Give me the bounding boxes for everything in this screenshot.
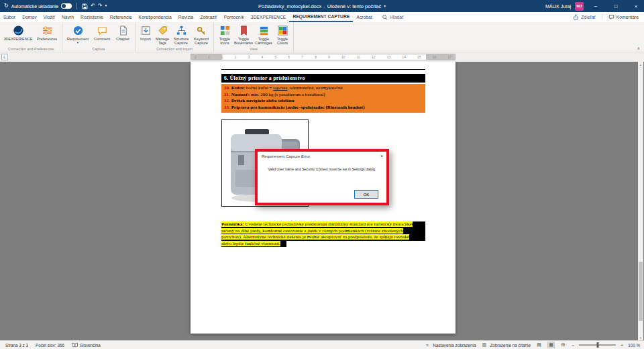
zoom-in-button[interactable]: + bbox=[621, 343, 623, 348]
document-title[interactable]: Požiadavky_motocykel.docx - Uložené v: t… bbox=[258, 0, 386, 12]
menu-tab-rozlozenie[interactable]: Rozloženie bbox=[77, 12, 107, 22]
dropdown-caret-icon: ▾ bbox=[77, 42, 78, 45]
save-icon[interactable] bbox=[82, 3, 88, 9]
save-location-text: Uložené v: tento počítač bbox=[327, 3, 381, 9]
menu-tab-requirement-capture[interactable]: REQUIREMENT CAPTURE bbox=[289, 12, 353, 22]
undo-icon[interactable]: ↶ bbox=[91, 3, 95, 9]
group-label: Connection and Preferences bbox=[0, 47, 62, 51]
note-line: Poznámka: Uvedené technické požiadavky p… bbox=[221, 221, 425, 228]
avatar[interactable]: MJ bbox=[575, 2, 584, 11]
preferences-button[interactable]: Preferences bbox=[34, 23, 60, 41]
requirement-row: 31.Nosnosť: min. 200 kg (s pasažierom a … bbox=[224, 92, 423, 99]
close-button[interactable]: × bbox=[628, 0, 644, 12]
3dexperience-button[interactable]: 3DEXPERIENCE bbox=[2, 23, 34, 41]
share-label: Zdieľať bbox=[581, 15, 596, 19]
section-heading: 6. Úložný priestor a príslušenstvo bbox=[221, 74, 425, 83]
autosave-label: Automatické ukladanie bbox=[11, 4, 58, 9]
comment-bubble-icon bbox=[97, 25, 108, 36]
display-settings-icon: ≡ bbox=[423, 342, 431, 348]
toggle-knob bbox=[62, 4, 66, 8]
zoom-level[interactable]: 100 % bbox=[628, 343, 640, 348]
ribbon-group-capture: Requirement ▾ Comment Chapter Capture bbox=[62, 22, 136, 52]
autosave-toggle[interactable] bbox=[61, 3, 72, 9]
menu-tab-revizia[interactable]: Revízia bbox=[175, 12, 197, 22]
requirement-row: 33.Príprava pre komunikáciu jazdec–spolu… bbox=[224, 105, 423, 111]
maximize-button[interactable]: □ bbox=[608, 0, 624, 12]
comment-icon bbox=[608, 14, 614, 20]
dialog-ok-button[interactable]: OK bbox=[354, 190, 378, 199]
requirement-button[interactable]: Requirement ▾ bbox=[64, 23, 91, 45]
scroll-down-icon[interactable]: ▾ bbox=[638, 335, 643, 340]
menu-tab-subor[interactable]: Súbor bbox=[0, 12, 19, 22]
toggle-bookmarks-button[interactable]: Toggle Bookmarks bbox=[233, 23, 254, 46]
comments-button[interactable]: Komentáre bbox=[608, 14, 639, 20]
import-button[interactable]: Import bbox=[138, 23, 154, 41]
divider bbox=[76, 3, 77, 9]
scroll-up-icon[interactable]: ▴ bbox=[638, 62, 643, 67]
colors-grid-icon bbox=[277, 25, 288, 36]
requirement-icon bbox=[72, 25, 84, 36]
chapter-button[interactable]: Chapter bbox=[113, 23, 133, 41]
keyword-capture-button[interactable]: Keyword Capture bbox=[191, 23, 211, 46]
divider bbox=[602, 14, 602, 20]
group-label: View bbox=[214, 47, 293, 51]
group-label: Capture bbox=[62, 47, 135, 51]
menu-tab-vlozit[interactable]: Vložiť bbox=[40, 12, 58, 22]
user-name[interactable]: MÁLIK Juraj bbox=[545, 4, 571, 9]
horizontal-ruler[interactable]: 211234567891011121314151617 bbox=[191, 54, 455, 60]
share-button[interactable]: Zdieľať bbox=[573, 14, 596, 20]
manage-tags-button[interactable]: Manage Tags bbox=[154, 23, 171, 46]
reading-view-button[interactable]: ▥ Zobrazenie na čítanie bbox=[480, 342, 531, 348]
grid-icons-icon bbox=[219, 25, 231, 36]
note-paragraph: Poznámka: Uvedené technické požiadavky p… bbox=[221, 221, 425, 250]
comment-button[interactable]: Comment bbox=[91, 23, 113, 41]
ribbon: 3DEXPERIENCE Preferences Connection and … bbox=[0, 22, 644, 52]
bookmark-icon bbox=[238, 25, 250, 36]
comments-label: Komentáre bbox=[616, 15, 639, 19]
word-count[interactable]: Počet slov: 366 bbox=[36, 343, 64, 348]
display-settings-button[interactable]: ≡ Nastavenia zobrazenia bbox=[423, 342, 476, 348]
menu-tab-korespondencia[interactable]: Korešpondencia bbox=[136, 12, 175, 22]
doc-title-text: Požiadavky_motocykel.docx bbox=[258, 3, 321, 9]
minimize-button[interactable]: − bbox=[588, 0, 604, 12]
dialog-close-icon[interactable]: × bbox=[380, 154, 383, 158]
chapter-icon bbox=[117, 25, 129, 36]
scrollbar-thumb[interactable] bbox=[639, 262, 643, 321]
document-area: 6. Úložný priestor a príslušenstvo 30.Ku… bbox=[0, 62, 644, 340]
print-layout-icon[interactable]: ▦ bbox=[547, 342, 555, 348]
key-icon bbox=[196, 25, 207, 36]
toggle-colors-button[interactable]: Toggle Colors bbox=[274, 23, 291, 46]
toggle-icons-button[interactable]: Toggle Icons bbox=[216, 23, 233, 46]
page-indicator[interactable]: Strana 3 z 3 bbox=[5, 343, 28, 348]
zoom-slider[interactable] bbox=[579, 344, 616, 346]
share-icon bbox=[573, 14, 579, 20]
requirements-block: 30.Kufre: bočné kufre + topcase, odnímat… bbox=[221, 84, 425, 113]
menu-tab-pomocnik[interactable]: Pomocník bbox=[221, 12, 248, 22]
autosave-icon: ↻ bbox=[4, 3, 9, 9]
structure-tree-icon bbox=[176, 25, 187, 36]
dialog-title: Requirement Capture Error bbox=[262, 154, 310, 158]
structure-capture-button[interactable]: Structure Capture bbox=[171, 23, 191, 46]
vertical-scrollbar[interactable]: ▴ ▾ bbox=[638, 62, 643, 340]
menu-tab-acrobat[interactable]: Acrobat bbox=[353, 12, 375, 22]
web-layout-icon[interactable]: ⊞ bbox=[559, 342, 567, 348]
search-box[interactable]: Hľadať bbox=[382, 12, 404, 22]
collapse-ribbon-button[interactable]: ∧ bbox=[637, 46, 640, 50]
menu-tab-navrh[interactable]: Návrh bbox=[58, 12, 77, 22]
redo-icon[interactable]: ↷ bbox=[98, 3, 103, 9]
menu-tab-3dexperience[interactable]: 3DEXPERIENCE bbox=[248, 12, 290, 22]
quick-access-caret-icon[interactable]: ▾ bbox=[105, 4, 107, 8]
note-line: určený na dlhé jazdy, komfortné cestovan… bbox=[221, 228, 425, 235]
menu-tab-referencie[interactable]: Referencie bbox=[107, 12, 136, 22]
menu-tab-domov[interactable]: Domov bbox=[19, 12, 40, 22]
3dexperience-icon bbox=[13, 25, 24, 36]
note-line: alebo lepšie funkčné vlastnosti. bbox=[221, 241, 286, 248]
toggle-cartridges-button[interactable]: Toggle Cartridges bbox=[254, 23, 274, 46]
read-mode-icon[interactable]: ▤ bbox=[535, 342, 543, 348]
group-label: Connection and import bbox=[136, 47, 213, 51]
menu-tab-zobrazit[interactable]: Zobraziť bbox=[197, 12, 220, 22]
tab-stop-selector[interactable]: L bbox=[1, 54, 8, 60]
language-indicator[interactable]: Slovenčina bbox=[72, 342, 101, 348]
zoom-out-button[interactable]: − bbox=[572, 343, 574, 348]
zoom-slider-thumb[interactable] bbox=[596, 342, 598, 348]
